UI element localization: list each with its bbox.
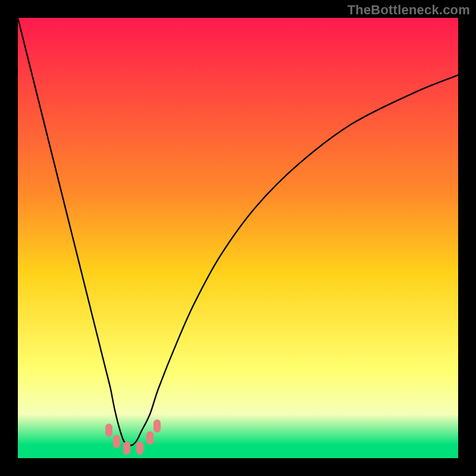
bottleneck-curve (18, 18, 458, 446)
curve-layer (18, 18, 458, 458)
chart-frame: TheBottleneck.com (0, 0, 476, 476)
curve-marker (136, 441, 143, 455)
watermark-text: TheBottleneck.com (347, 2, 470, 18)
curve-marker (146, 431, 154, 444)
curve-marker (105, 424, 112, 437)
curve-markers (105, 419, 161, 455)
curve-marker (113, 435, 120, 448)
curve-marker (154, 419, 161, 433)
curve-marker (123, 441, 130, 455)
plot-area (18, 18, 458, 458)
